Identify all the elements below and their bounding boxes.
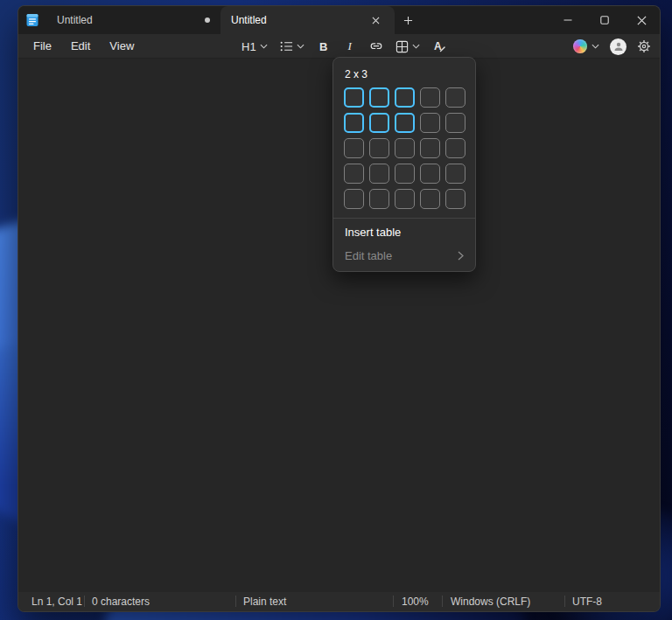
menubar: File Edit View: [24, 37, 144, 55]
maximize-button[interactable]: [586, 6, 623, 34]
tab-strip: Untitled Untitled: [46, 6, 395, 34]
table-size-grid: [344, 87, 465, 209]
link-icon: [369, 39, 383, 53]
zoom-level[interactable]: 100%: [402, 596, 429, 608]
table-size-cell[interactable]: [420, 138, 440, 158]
character-count: 0 characters: [92, 596, 150, 608]
table-size-cell[interactable]: [344, 164, 364, 184]
menu-view[interactable]: View: [100, 37, 144, 55]
bold-icon: B: [319, 40, 327, 53]
table-size-label: 2 x 3: [345, 68, 465, 80]
toolbar: File Edit View H1: [18, 34, 660, 59]
table-size-cell[interactable]: [344, 113, 364, 133]
minimize-icon: [564, 16, 572, 24]
notepad-window: Untitled Untitled: [18, 5, 661, 612]
table-size-cell[interactable]: [395, 164, 415, 184]
encoding: UTF-8: [572, 596, 602, 608]
tab-label: Untitled: [231, 14, 267, 26]
table-size-cell[interactable]: [369, 164, 389, 184]
statusbar-divider: [393, 596, 394, 607]
table-size-cell[interactable]: [369, 113, 389, 133]
window-controls: [550, 6, 660, 34]
table-size-cell[interactable]: [445, 87, 466, 108]
tab-untitled-2[interactable]: Untitled: [220, 6, 395, 34]
close-icon: [372, 17, 380, 24]
table-picker-dropdown: 2 x 3 Insert table Edit table: [332, 57, 476, 272]
table-size-cell[interactable]: [395, 113, 415, 133]
heading-dropdown[interactable]: H1: [237, 36, 272, 57]
chevron-down-icon: [297, 44, 304, 49]
account-button[interactable]: [610, 38, 626, 55]
tab-label: Untitled: [57, 14, 93, 26]
app-icon-wrap: [18, 6, 46, 34]
table-size-cell[interactable]: [420, 189, 440, 209]
menu-divider: [333, 218, 475, 219]
bold-button[interactable]: B: [312, 36, 335, 57]
table-size-cell[interactable]: [395, 189, 415, 209]
table-size-cell[interactable]: [369, 138, 389, 158]
copilot-icon: [573, 39, 587, 53]
clear-formatting-icon: A: [432, 39, 446, 53]
table-size-cell[interactable]: [445, 189, 466, 209]
copilot-dropdown[interactable]: [573, 39, 599, 53]
insert-table-item[interactable]: Insert table: [344, 220, 465, 244]
table-size-cell[interactable]: [369, 87, 389, 108]
gear-icon: [637, 39, 651, 53]
bulleted-list-icon: [280, 40, 293, 52]
close-window-button[interactable]: [623, 6, 660, 34]
insert-table-label: Insert table: [345, 226, 401, 239]
toolbar-right: [573, 34, 651, 59]
table-size-cell[interactable]: [420, 87, 440, 108]
new-tab-button[interactable]: [395, 6, 421, 34]
statusbar-divider: [84, 596, 85, 607]
table-size-cell[interactable]: [344, 189, 364, 209]
table-size-cell[interactable]: [445, 164, 466, 184]
statusbar: Ln 1, Col 1 0 characters Plain text 100%…: [18, 592, 660, 611]
plus-icon: [403, 16, 413, 25]
unsaved-dot-icon: [205, 17, 210, 23]
chevron-down-icon: [592, 44, 599, 49]
notepad-app-icon: [25, 13, 39, 27]
italic-icon: I: [347, 39, 351, 53]
tab-untitled-1[interactable]: Untitled: [46, 6, 220, 34]
format-toolbar: H1 B I: [237, 34, 451, 59]
edit-table-item[interactable]: Edit table: [344, 244, 465, 268]
table-size-cell[interactable]: [420, 113, 440, 133]
chevron-down-icon: [260, 44, 268, 49]
person-icon: [613, 41, 624, 52]
maximize-icon: [600, 16, 609, 24]
table-size-cell[interactable]: [344, 138, 364, 158]
table-size-cell[interactable]: [344, 87, 364, 108]
clear-formatting-button[interactable]: A: [428, 36, 451, 57]
menu-file[interactable]: File: [24, 37, 61, 55]
table-dropdown[interactable]: [391, 36, 424, 57]
table-size-cell[interactable]: [445, 113, 466, 133]
heading-label: H1: [242, 40, 256, 53]
table-icon: [396, 40, 409, 53]
line-ending: Windows (CRLF): [451, 596, 530, 608]
table-size-cell[interactable]: [395, 138, 415, 158]
titlebar: Untitled Untitled: [18, 6, 660, 34]
tab-close-button[interactable]: [367, 11, 384, 29]
italic-button[interactable]: I: [339, 36, 361, 57]
statusbar-divider: [564, 596, 565, 607]
table-size-cell[interactable]: [445, 138, 466, 158]
document-type: Plain text: [243, 596, 286, 608]
settings-button[interactable]: [637, 39, 651, 53]
table-size-cell[interactable]: [395, 87, 415, 108]
minimize-button[interactable]: [550, 6, 586, 34]
table-size-cell[interactable]: [369, 189, 389, 209]
statusbar-divider: [235, 596, 236, 607]
close-icon: [637, 16, 647, 25]
chevron-down-icon: [412, 44, 420, 49]
edit-table-label: Edit table: [345, 249, 392, 262]
list-dropdown[interactable]: [276, 36, 309, 57]
table-size-cell[interactable]: [420, 164, 440, 184]
link-button[interactable]: [365, 36, 388, 57]
statusbar-divider: [442, 596, 443, 607]
menu-edit[interactable]: Edit: [61, 37, 100, 55]
chevron-right-icon: [458, 251, 464, 261]
cursor-position: Ln 1, Col 1: [32, 596, 82, 608]
